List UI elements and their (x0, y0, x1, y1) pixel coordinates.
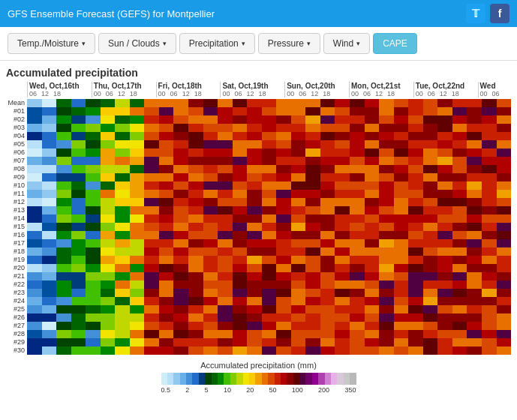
heatmap-cell (27, 206, 42, 214)
heatmap-cell (101, 297, 116, 305)
heatmap-cell (173, 206, 188, 214)
heatmap-cell (423, 157, 438, 165)
heatmap-cell (130, 248, 145, 256)
facebook-button[interactable]: f (490, 4, 509, 23)
heatmap-cell (56, 198, 71, 206)
heatmap-cell (27, 346, 42, 355)
heatmap-cell (188, 214, 203, 223)
date-label: Wed (480, 82, 511, 90)
heatmap-cell (218, 190, 233, 198)
nav-btn-wind[interactable]: Wind▾ (323, 33, 370, 54)
heatmap-cell (218, 280, 233, 289)
heatmap-cell (188, 297, 203, 305)
heatmap-cell (379, 346, 394, 355)
heatmap-cell (423, 248, 438, 256)
heatmap-cell (130, 116, 145, 124)
row-label: #18 (6, 248, 27, 256)
heatmap-cell (394, 140, 409, 148)
heatmap-cell (452, 148, 467, 157)
table-row (27, 124, 511, 132)
heatmap-cell (320, 256, 335, 264)
row-label: #09 (6, 173, 27, 182)
heatmap-cell (497, 305, 512, 314)
heatmap-cell (27, 280, 42, 289)
legend-segment (299, 373, 305, 385)
heatmap-cell (188, 190, 203, 198)
heatmap-cell (203, 107, 218, 116)
heatmap-cell (350, 182, 365, 190)
heatmap-cell (335, 182, 350, 190)
heatmap-cell (173, 297, 188, 305)
nav-btn-cape[interactable]: CAPE (373, 33, 417, 54)
heatmap-cell (247, 165, 262, 173)
heatmap-cell (276, 248, 291, 256)
heatmap-cell (482, 338, 497, 346)
heatmap-cell (291, 231, 306, 239)
heatmap-cell (408, 157, 423, 165)
nav-btn-sun---clouds[interactable]: Sun / Clouds▾ (98, 33, 176, 54)
legend-label: 5 (205, 386, 209, 394)
heatmap-cell (423, 214, 438, 223)
heatmap-cell (218, 99, 233, 107)
heatmap-cell (365, 132, 380, 140)
heatmap-cell (144, 322, 159, 330)
heatmap-cell (173, 322, 188, 330)
heatmap-cell (101, 190, 116, 198)
heatmap-cell (335, 116, 350, 124)
heatmap-cell (144, 338, 159, 346)
heatmap-cell (482, 305, 497, 314)
heatmap-cell (262, 272, 277, 280)
table-row (27, 223, 511, 231)
time-tick: 12 (182, 90, 190, 98)
heatmap-cell (159, 190, 174, 198)
heatmap-cell (218, 231, 233, 239)
twitter-button[interactable]: 𝕋 (466, 4, 485, 23)
heatmap-cell (394, 272, 409, 280)
nav-btn-precipitation[interactable]: Precipitation▾ (179, 33, 255, 54)
heatmap-cell (144, 214, 159, 223)
heatmap-cell (159, 140, 174, 148)
legend-segment (312, 373, 318, 385)
heatmap-cell (262, 206, 277, 214)
heatmap-cell (159, 198, 174, 206)
heatmap-cell (101, 272, 116, 280)
time-tick: 18 (387, 90, 395, 98)
heatmap-cell (379, 280, 394, 289)
heatmap-cell (115, 190, 130, 198)
heatmap-cell (101, 165, 116, 173)
heatmap-cell (482, 297, 497, 305)
heatmap-cell (233, 99, 248, 107)
heatmap-cell (276, 206, 291, 214)
heatmap-cell (437, 305, 452, 314)
heatmap-cell (101, 173, 116, 182)
legend-segment (293, 373, 299, 385)
row-label: #11 (6, 190, 27, 198)
heatmap-cell (247, 338, 262, 346)
heatmap-cell (27, 173, 42, 182)
caret-icon: ▾ (163, 40, 167, 47)
heatmap-cell (130, 346, 145, 355)
heatmap-cell (350, 223, 365, 231)
heatmap-cell (335, 239, 350, 248)
heatmap-cell (159, 338, 174, 346)
heatmap-cell (56, 239, 71, 248)
heatmap-cell (452, 256, 467, 264)
heatmap-cell (159, 206, 174, 214)
heatmap-cell (247, 116, 262, 124)
main-nav: Temp./Moisture▾Sun / Clouds▾Precipitatio… (0, 27, 517, 61)
nav-btn-temp--moisture[interactable]: Temp./Moisture▾ (8, 33, 95, 54)
header-title: GFS Ensemble Forecast (GEFS) for Montpel… (8, 8, 215, 20)
row-label: #10 (6, 182, 27, 190)
heatmap-cell (262, 330, 277, 338)
heatmap-cell (159, 157, 174, 165)
heatmap-cell (423, 256, 438, 264)
heatmap-cell (365, 297, 380, 305)
heatmap-cell (130, 165, 145, 173)
heatmap-cell (27, 165, 42, 173)
heatmap-cell (350, 198, 365, 206)
heatmap-cell (276, 214, 291, 223)
nav-btn-pressure[interactable]: Pressure▾ (258, 33, 320, 54)
heatmap-cell (320, 297, 335, 305)
heatmap-cell (27, 116, 42, 124)
row-label: #17 (6, 239, 27, 248)
